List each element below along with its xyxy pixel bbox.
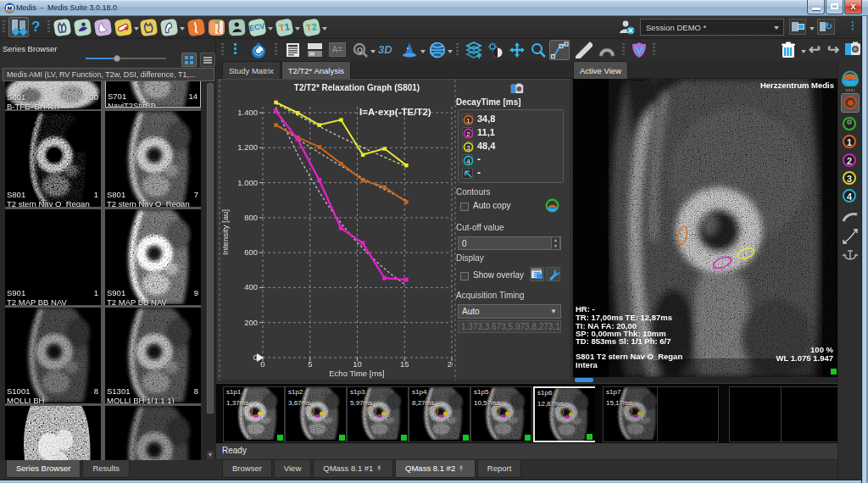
- svg-text:Intensity [au]: Intensity [au]: [220, 209, 230, 255]
- svg-text:15: 15: [400, 359, 409, 369]
- svg-text:20: 20: [448, 359, 453, 369]
- svg-text:1.400: 1.400: [237, 108, 258, 117]
- svg-text:800: 800: [244, 213, 258, 222]
- svg-text:1: 1: [466, 117, 470, 125]
- svg-text:I=A·exp(-TE/T2): I=A·exp(-TE/T2): [359, 107, 431, 117]
- svg-text:10: 10: [353, 359, 362, 369]
- svg-text:5: 5: [308, 359, 312, 369]
- svg-text:400: 400: [244, 282, 258, 291]
- svg-text:1.000: 1.000: [237, 178, 258, 187]
- svg-text:4: 4: [466, 158, 470, 165]
- svg-text:3: 3: [466, 144, 470, 152]
- svg-text:0: 0: [260, 359, 264, 369]
- svg-text:2: 2: [466, 130, 470, 138]
- svg-text:Q: Q: [357, 46, 363, 54]
- svg-text:Echo Time [ms]: Echo Time [ms]: [329, 369, 384, 378]
- svg-text:600: 600: [244, 247, 258, 257]
- svg-text:1.200: 1.200: [237, 142, 258, 152]
- svg-text:200: 200: [244, 318, 258, 327]
